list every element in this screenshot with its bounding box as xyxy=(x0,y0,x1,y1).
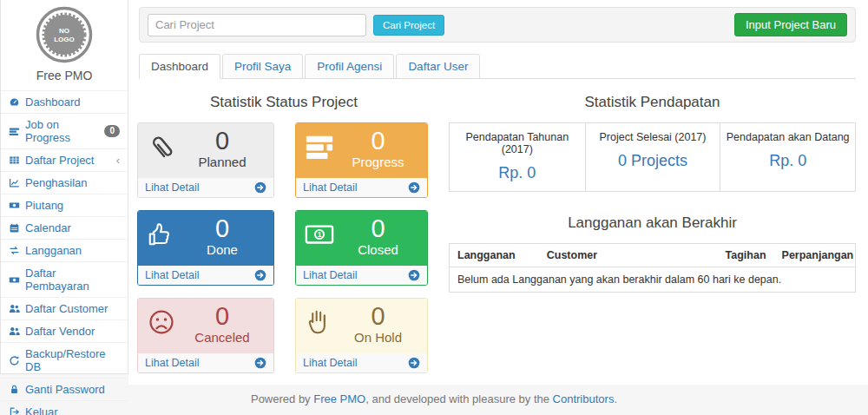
income-stat-label: Pendapatan akan Datang xyxy=(724,131,852,143)
sidebar-item-job-on-progress[interactable]: Job on Progress0 xyxy=(1,113,128,148)
income-stat-cell: Pendapatan akan DatangRp. 0 xyxy=(720,123,855,191)
lihat-detail-link[interactable]: Lihat Detail xyxy=(296,266,427,285)
subscription-column-langganan: Langganan xyxy=(450,244,539,267)
svg-text:LOGO: LOGO xyxy=(54,36,75,43)
chevron-left-icon: ‹ xyxy=(116,156,120,165)
sidebar-item-label: Langganan xyxy=(25,244,82,257)
gauge-icon xyxy=(9,96,20,108)
income-stat-value[interactable]: Rp. 0 xyxy=(724,152,852,170)
status-card-figures: 0Done xyxy=(178,211,273,266)
status-card-figures: 0Planned xyxy=(178,123,273,178)
status-card-canceled: 0CanceledLihat Detail xyxy=(137,298,274,373)
brand-name: Free PMO xyxy=(1,69,128,82)
sidebar: NO LOGO Free PMO DashboardJob on Progres… xyxy=(0,0,128,374)
project-search-bar: Cari Project Input Project Baru xyxy=(139,7,856,43)
refresh-icon xyxy=(9,355,20,366)
task-bars-icon xyxy=(305,132,334,161)
tab-dashboard[interactable]: Dashboard xyxy=(139,54,220,79)
sidebar-item-penghasilan[interactable]: Penghasilan xyxy=(1,171,128,194)
status-card-body: 0Closed xyxy=(296,211,427,266)
status-card-count: 0 xyxy=(336,214,420,242)
sidebar-item-daftar-pembayaran[interactable]: Daftar Pembayaran xyxy=(1,261,128,297)
tab-profil-saya[interactable]: Profil Saya xyxy=(222,54,303,79)
status-card-label: Progress xyxy=(336,155,420,169)
sidebar-item-label: Calendar xyxy=(25,221,71,234)
search-input[interactable] xyxy=(148,14,366,36)
repeat-icon xyxy=(9,245,20,256)
sidebar-menu: DashboardJob on Progress0Daftar Project‹… xyxy=(1,90,128,415)
status-card-icon-wrap xyxy=(296,299,336,353)
status-card-icon-wrap xyxy=(138,211,178,266)
sidebar-item-label: Piutang xyxy=(25,199,63,212)
sidebar-item-daftar-vendor[interactable]: Daftar Vendor xyxy=(1,319,128,342)
lihat-detail-link[interactable]: Lihat Detail xyxy=(138,266,273,285)
arrow-circle-icon xyxy=(408,181,420,194)
footer-link-contributors[interactable]: Contributors xyxy=(553,392,615,405)
hand-icon xyxy=(305,307,334,337)
lihat-detail-link[interactable]: Lihat Detail xyxy=(138,353,273,372)
sidebar-item-piutang[interactable]: Piutang xyxy=(1,194,128,216)
sidebar-item-label: Keluar xyxy=(25,405,58,415)
lihat-detail-link[interactable]: Lihat Detail xyxy=(296,178,427,197)
sidebar-item-daftar-customer[interactable]: Daftar Customer xyxy=(1,297,128,319)
subscription-table: LanggananCustomerTagihanPerpanjangan Bel… xyxy=(449,243,856,293)
sidebar-item-dashboard[interactable]: Dashboard xyxy=(1,90,128,113)
tab-daftar-user[interactable]: Daftar User xyxy=(396,54,480,79)
status-card-icon-wrap xyxy=(138,299,178,353)
sidebar-item-label: Daftar Vendor xyxy=(25,325,95,338)
status-card-figures: 0Canceled xyxy=(178,299,273,353)
lihat-detail-label: Lihat Detail xyxy=(145,357,200,369)
lihat-detail-label: Lihat Detail xyxy=(145,181,200,194)
new-project-button[interactable]: Input Project Baru xyxy=(734,13,847,36)
status-card-closed: 0ClosedLihat Detail xyxy=(295,210,428,286)
arrow-circle-icon xyxy=(408,269,420,281)
count-badge: 0 xyxy=(104,125,120,137)
subscription-column-perpanjangan: Perpanjangan xyxy=(774,244,855,267)
income-stat-value[interactable]: 0 Projects xyxy=(589,152,717,170)
footer-link-free-pmo[interactable]: Free PMO xyxy=(313,392,365,405)
sidebar-item-calendar[interactable]: Calendar xyxy=(1,216,128,239)
income-column: Statistik Pendapatan Pendapatan Tahunan … xyxy=(431,89,856,373)
status-card-planned: 0PlannedLihat Detail xyxy=(137,122,274,198)
no-logo-badge: NO LOGO xyxy=(36,6,93,63)
lihat-detail-link[interactable]: Lihat Detail xyxy=(296,353,427,372)
status-card-body: 0Planned xyxy=(138,123,273,178)
users-icon xyxy=(9,326,20,337)
lihat-detail-label: Lihat Detail xyxy=(303,269,358,281)
status-card-icon-wrap xyxy=(138,123,178,178)
status-card-body: 0On Hold xyxy=(296,299,427,353)
status-card-body: 0Done xyxy=(138,211,273,266)
money-icon xyxy=(9,274,20,286)
subscription-empty-message: Belum ada Langganan yang akan berakhir d… xyxy=(450,267,855,292)
sidebar-item-label: Dashboard xyxy=(25,96,81,109)
line-chart-icon xyxy=(9,177,20,188)
status-card-label: Planned xyxy=(178,155,266,169)
tab-profil-agensi[interactable]: Profil Agensi xyxy=(305,54,394,79)
users-icon xyxy=(9,303,20,314)
income-stat-value[interactable]: Rp. 0 xyxy=(453,164,582,182)
sidebar-item-langganan[interactable]: Langganan xyxy=(1,239,128,261)
lihat-detail-link[interactable]: Lihat Detail xyxy=(138,178,273,197)
lihat-detail-label: Lihat Detail xyxy=(303,357,358,369)
subscription-column-tagihan: Tagihan xyxy=(713,244,774,267)
sign-out-icon xyxy=(9,406,20,415)
status-card-label: On Hold xyxy=(336,330,420,345)
sidebar-item-backup-restore-db[interactable]: Backup/Restore DB xyxy=(1,342,128,378)
calendar-icon xyxy=(9,222,20,234)
footer-text: . xyxy=(614,392,617,405)
main-panel: Cari Project Input Project Baru Dashboar… xyxy=(128,0,868,385)
status-card-on-hold: 0On HoldLihat Detail xyxy=(295,298,428,373)
status-card-label: Done xyxy=(178,242,266,257)
search-button[interactable]: Cari Project xyxy=(373,15,444,36)
status-card-body: 0Canceled xyxy=(138,299,273,353)
status-card-icon-wrap xyxy=(296,211,336,266)
table-icon xyxy=(9,155,20,166)
subscription-section-title: Langganan akan Berakhir xyxy=(449,214,856,232)
status-section-title: Statistik Status Project xyxy=(137,94,431,111)
income-stat-cell: Pendapatan Tahunan (2017)Rp. 0 xyxy=(450,123,585,191)
income-section-title: Statistik Pendapatan xyxy=(449,94,856,111)
sidebar-item-daftar-project[interactable]: Daftar Project‹ xyxy=(1,148,128,171)
lihat-detail-label: Lihat Detail xyxy=(303,181,358,194)
status-card-progress: 0ProgressLihat Detail xyxy=(295,122,428,198)
arrow-circle-icon xyxy=(408,357,420,369)
